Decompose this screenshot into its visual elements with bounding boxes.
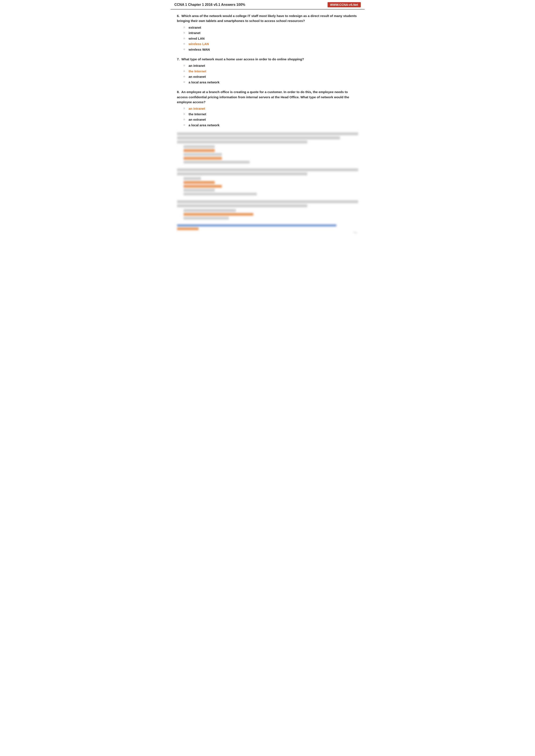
option-8-3-label: an extranet	[189, 117, 206, 122]
option-8-1: ○ an intranet	[183, 106, 358, 111]
bullet-6-1: ○	[183, 25, 186, 30]
question-10-blurred	[177, 168, 358, 196]
option-6-1: ○ extranet	[183, 25, 358, 30]
option-6-4: ○ wireless LAN	[183, 41, 358, 46]
option-7-3: ○ an extranet	[183, 74, 358, 79]
option-7-4-label: a local area network	[189, 80, 219, 85]
bullet-7-1: ○	[183, 63, 186, 68]
bullet-7-3: ○	[183, 74, 186, 79]
option-7-2: ○ the Internet	[183, 69, 358, 74]
option-8-2-label: the Internet	[189, 112, 206, 117]
option-6-2-label: intranet	[189, 31, 201, 36]
option-6-4-label: wireless LAN	[189, 41, 209, 46]
bullet-8-4: ○	[183, 123, 186, 127]
question-7: 7. What type of network must a home user…	[177, 57, 358, 85]
question-8: 8. An employee at a branch office is cre…	[177, 90, 358, 127]
header-title: CCNA 1 Chapter 1 2016 v5.1 Answers 100%	[175, 3, 245, 7]
option-7-1: ○ an intranet	[183, 63, 358, 68]
question-9-blurred	[177, 132, 358, 164]
option-8-2: ○ the Internet	[183, 112, 358, 117]
option-6-3-label: wired LAN	[189, 36, 205, 41]
page-wrapper: CCNA 1 Chapter 1 2016 v5.1 Answers 100% …	[171, 0, 365, 245]
option-7-1-label: an intranet	[189, 63, 205, 68]
question-6-number: 6.	[177, 14, 182, 18]
bullet-7-2: ○	[183, 69, 186, 73]
option-8-4: ○ a local area network	[183, 123, 358, 128]
bullet-8-3: ○	[183, 117, 186, 122]
question-6: 6. Which area of the network would a col…	[177, 14, 358, 52]
option-8-1-label: an intranet	[189, 106, 205, 111]
main-content: 6. Which area of the network would a col…	[171, 14, 365, 245]
header-url: WWW.CCNA-v5.Net	[327, 2, 361, 7]
page-header: CCNA 1 Chapter 1 2016 v5.1 Answers 100% …	[171, 0, 365, 10]
option-8-4-label: a local area network	[189, 123, 219, 128]
page-number: Top	[177, 231, 358, 234]
option-8-3: ○ an extranet	[183, 117, 358, 122]
option-6-5: ○ wireless WAN	[183, 47, 358, 52]
bullet-6-2: ○	[183, 31, 186, 35]
bullet-8-2: ○	[183, 112, 186, 116]
bullet-6-5: ○	[183, 47, 186, 51]
question-6-text: 6. Which area of the network would a col…	[177, 14, 358, 23]
bullet-8-1: ○	[183, 106, 186, 111]
option-7-2-label: the Internet	[189, 69, 206, 74]
option-6-1-label: extranet	[189, 25, 201, 30]
question-8-text: 8. An employee at a branch office is cre…	[177, 90, 358, 104]
bullet-6-4: ○	[183, 41, 186, 46]
question-8-number: 8.	[177, 90, 181, 94]
option-7-4: ○ a local area network	[183, 80, 358, 85]
footer-blurred: Top	[177, 224, 358, 234]
bullet-6-3: ○	[183, 36, 186, 40]
option-6-3: ○ wired LAN	[183, 36, 358, 41]
question-7-text: 7. What type of network must a home user…	[177, 57, 358, 62]
bullet-7-4: ○	[183, 80, 186, 84]
option-7-3-label: an extranet	[189, 74, 206, 79]
option-6-2: ○ intranet	[183, 31, 358, 36]
question-7-number: 7.	[177, 57, 182, 61]
option-6-5-label: wireless WAN	[189, 47, 210, 52]
question-11-blurred	[177, 200, 358, 220]
